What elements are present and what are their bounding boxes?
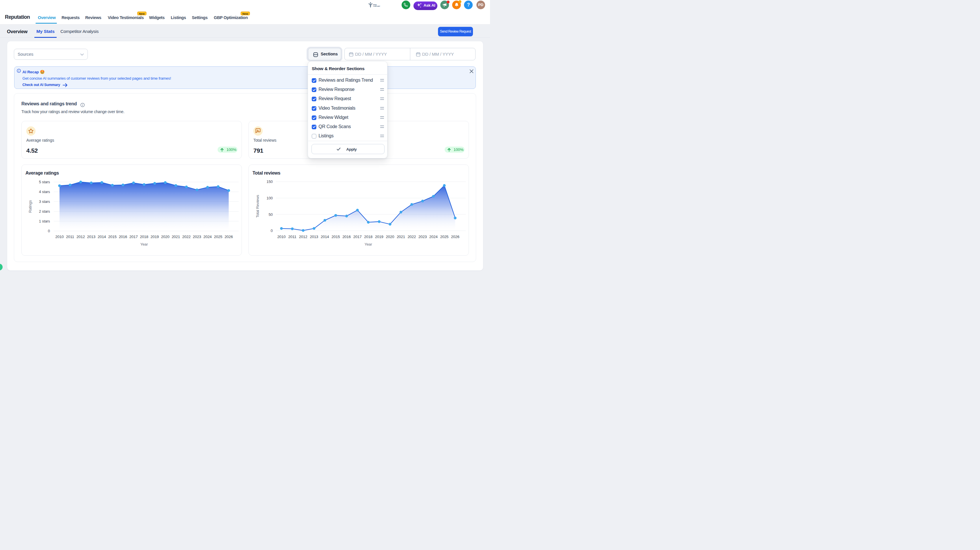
svg-text:2012: 2012	[76, 235, 85, 239]
svg-text:2012: 2012	[299, 235, 307, 239]
svg-text:2013: 2013	[87, 235, 95, 239]
svg-text:2018: 2018	[140, 235, 148, 239]
svg-text:HIPAA: HIPAA	[373, 4, 377, 5]
svg-text:50: 50	[269, 212, 273, 217]
svg-text:2014: 2014	[321, 235, 329, 239]
svg-text:2019: 2019	[151, 235, 159, 239]
svg-text:5 stars: 5 stars	[39, 180, 50, 184]
svg-text:2020: 2020	[161, 235, 170, 239]
svg-text:2019: 2019	[375, 235, 383, 239]
svg-text:2015: 2015	[108, 235, 117, 239]
svg-text:2018: 2018	[364, 235, 372, 239]
svg-text:2016: 2016	[119, 235, 127, 239]
svg-text:2025: 2025	[440, 235, 449, 239]
svg-text:2023: 2023	[418, 235, 427, 239]
svg-text:2010: 2010	[277, 235, 286, 239]
svg-text:Year: Year	[364, 242, 372, 246]
svg-text:2014: 2014	[98, 235, 106, 239]
svg-text:2016: 2016	[342, 235, 351, 239]
svg-text:1 stars: 1 stars	[39, 219, 50, 223]
svg-text:2025: 2025	[214, 235, 223, 239]
svg-text:0: 0	[48, 229, 50, 233]
svg-text:2021: 2021	[397, 235, 405, 239]
svg-text:Ratings: Ratings	[28, 200, 32, 213]
svg-text:COMPLIANT: COMPLIANT	[373, 5, 380, 7]
svg-text:2023: 2023	[193, 235, 201, 239]
svg-text:2011: 2011	[288, 235, 296, 239]
svg-text:2021: 2021	[172, 235, 180, 239]
svg-text:100: 100	[267, 196, 273, 200]
svg-text:2013: 2013	[310, 235, 318, 239]
svg-text:2026: 2026	[224, 235, 233, 239]
svg-text:150: 150	[267, 179, 273, 184]
svg-text:2 stars: 2 stars	[39, 209, 50, 214]
svg-text:Total Reviews: Total Reviews	[255, 195, 260, 217]
svg-text:2026: 2026	[451, 235, 460, 239]
svg-text:2022: 2022	[182, 235, 191, 239]
svg-text:2011: 2011	[66, 235, 74, 239]
svg-text:2022: 2022	[408, 235, 416, 239]
svg-text:2024: 2024	[430, 235, 438, 239]
svg-text:2010: 2010	[56, 235, 64, 239]
svg-text:3 stars: 3 stars	[39, 200, 50, 204]
svg-text:0: 0	[271, 228, 273, 233]
svg-text:2015: 2015	[332, 235, 340, 239]
svg-text:2020: 2020	[386, 235, 395, 239]
svg-text:2017: 2017	[353, 235, 362, 239]
svg-text:2024: 2024	[204, 235, 212, 239]
svg-text:4 stars: 4 stars	[39, 190, 50, 194]
svg-text:2017: 2017	[129, 235, 138, 239]
svg-text:Year: Year	[140, 242, 148, 246]
